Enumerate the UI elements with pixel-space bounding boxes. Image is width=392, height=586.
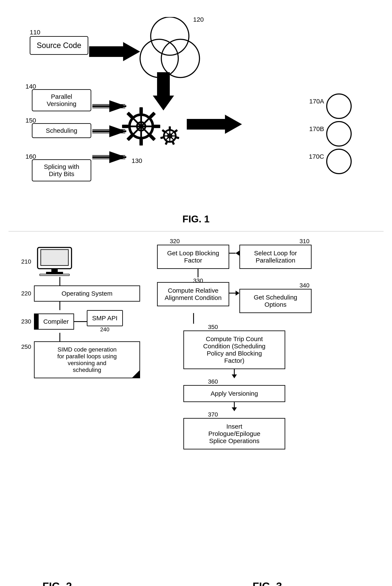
label-370: 370: [208, 411, 218, 418]
arrowhead-350-360: [232, 375, 237, 378]
arrow-head-left: [236, 251, 240, 256]
splicing-box: Splicing withDirty Bits: [32, 159, 91, 181]
gear-small: [157, 123, 182, 150]
big-right-arrow-output: [187, 115, 242, 135]
fig3-section: 320 Get Loop BlockingFactor 31: [157, 238, 390, 449]
circle-170a: [326, 93, 352, 119]
svg-marker-45: [187, 115, 242, 134]
box-330: Compute RelativeAlignment Condition: [157, 282, 229, 306]
label-320: 320: [170, 238, 180, 245]
arrowhead-360-370: [232, 407, 237, 411]
compiler-black-bar: [34, 314, 39, 330]
parallel-versioning-box: ParallelVersioning: [32, 89, 91, 111]
box-360: Apply Versioning: [183, 385, 285, 402]
box-350: Compute Trip CountCondition (SchedulingP…: [183, 331, 285, 369]
arrow-310-to-320: [229, 251, 240, 256]
label-360: 360: [208, 378, 218, 385]
box-340-wrapper: 340 Get Scheduling Options: [240, 282, 312, 313]
label-220: 220: [21, 290, 34, 297]
circle-170b: [326, 121, 352, 147]
fig2-fig3-container: 210 220: [8, 238, 384, 586]
smp-text: SMP API: [92, 315, 118, 322]
box-320-wrapper: 320 Get Loop BlockingFactor: [157, 238, 229, 269]
arrow-330-to-340: [229, 290, 240, 296]
label-170c: 170C: [309, 153, 324, 160]
simd-row: 250 SIMD code generationfor parallel loo…: [21, 341, 140, 378]
scheduling-text: Scheduling: [46, 127, 77, 134]
vert-line-3: [60, 333, 60, 341]
fig1-container: 110 Source Code 120: [8, 9, 384, 231]
label-210: 210: [21, 258, 31, 265]
label-310: 310: [300, 238, 310, 245]
fig2-bottom-label: FIG. 2: [42, 580, 72, 586]
label-240: 240: [100, 326, 109, 333]
os-box: Operating System: [34, 285, 140, 302]
page: 110 Source Code 120: [0, 0, 392, 586]
label-170a: 170A: [309, 98, 324, 105]
fig3-row2: Compute RelativeAlignment Condition 340 …: [157, 282, 312, 313]
box-310-wrapper: 310 Select Loop forParallelization: [240, 238, 312, 269]
label-360-outer: 360: [208, 378, 218, 385]
arrow-350-to-360: [232, 369, 237, 378]
arrow-right-330-340: [236, 290, 240, 296]
svg-rect-47: [41, 249, 68, 265]
svg-rect-19: [140, 107, 143, 114]
svg-rect-26: [122, 125, 128, 128]
computer-icon: [36, 246, 74, 277]
horiz-330-340: [229, 293, 236, 294]
label-170b: 170B: [309, 125, 324, 133]
box-320: Get Loop BlockingFactor: [157, 245, 229, 269]
label-150: 150: [26, 117, 36, 124]
vert-360-370: [234, 402, 235, 407]
arrow-330-to-350: [193, 313, 194, 324]
svg-rect-49: [46, 272, 63, 274]
circle-170c: [326, 149, 352, 174]
source-code-box: Source Code: [30, 36, 88, 55]
source-code-text: Source Code: [37, 41, 81, 50]
box-370: InsertPrologue/EpilogueSplice Operations: [183, 418, 285, 449]
label-350-outer: 350: [208, 324, 218, 331]
simd-box: SIMD code generationfor parallel loops u…: [34, 341, 140, 378]
svg-point-2: [140, 39, 178, 78]
svg-point-3: [161, 39, 200, 78]
os-text: Operating System: [62, 290, 112, 297]
label-350: 350: [208, 324, 218, 330]
svg-rect-24: [140, 139, 143, 145]
big-right-arrow: [89, 42, 140, 62]
compiler-text: Compiler: [43, 318, 69, 325]
fig2-title: FIG. 2: [42, 580, 72, 586]
vert-330-350-a: [193, 313, 194, 320]
fig3-title: FIG. 3: [252, 580, 282, 586]
label-140: 140: [26, 83, 36, 90]
vert-line-2: [60, 302, 60, 310]
compiler-smp-row: 230 Compiler SMP API 240: [21, 310, 140, 333]
fig3-main-flow: 320 Get Loop BlockingFactor 31: [157, 238, 312, 449]
vert-320-330: [198, 269, 198, 277]
os-row: 220 Operating System: [21, 285, 140, 302]
simd-wrapper: SIMD code generationfor parallel loops u…: [34, 341, 140, 378]
vert-350-360: [234, 369, 235, 375]
fig3-bottom-label: FIG. 3: [252, 580, 282, 586]
arrow-360-to-370: [232, 402, 237, 411]
horiz-line-310-left: [229, 253, 236, 254]
label-230: 230: [21, 318, 34, 325]
scheduling-box: Scheduling: [32, 123, 91, 138]
svg-rect-34: [169, 126, 171, 130]
label-110: 110: [30, 29, 40, 36]
svg-point-1: [151, 17, 189, 55]
vert-line-1: [60, 277, 60, 285]
corner-decoration: [132, 370, 140, 378]
label-130: 130: [132, 157, 142, 164]
horiz-line-to-smp: [74, 321, 87, 322]
svg-marker-0: [89, 42, 140, 61]
compiler-box: Compiler: [39, 314, 74, 330]
fig3-row1: 320 Get Loop BlockingFactor 31: [157, 238, 312, 269]
fig1-title: FIG. 1: [182, 213, 210, 224]
vert-330-350-b: [193, 320, 194, 324]
computer-row: 210: [21, 246, 140, 277]
fig2-section: 210 220: [21, 246, 140, 378]
venn-diagram: [134, 17, 206, 79]
svg-rect-50: [40, 274, 70, 276]
label-160: 160: [26, 153, 36, 160]
label-370-outer: 370: [208, 411, 218, 418]
